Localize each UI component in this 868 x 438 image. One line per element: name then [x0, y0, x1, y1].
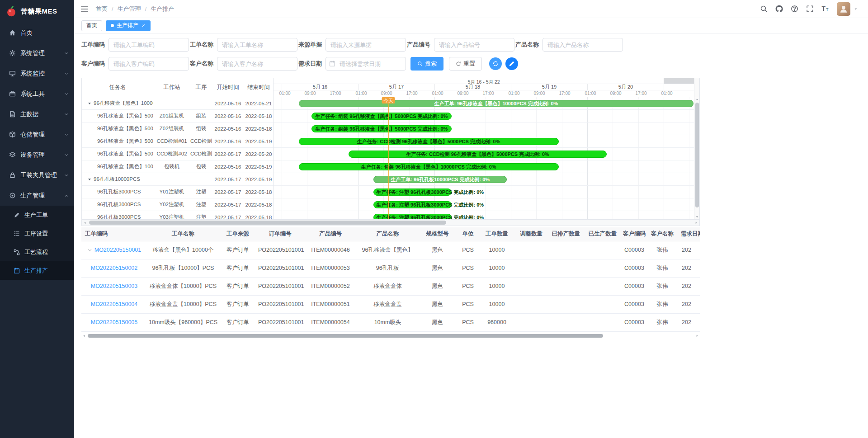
- gantt-task-row[interactable]: 96孔孔板3000PCSY01注塑机注塑2022-05-172022-05-18: [82, 186, 273, 198]
- order-cell: 黑色: [418, 241, 457, 259]
- sidebar-item-system-management[interactable]: 系统管理: [0, 43, 74, 63]
- breadcrumb-item[interactable]: 首页: [96, 5, 108, 13]
- github-button[interactable]: [775, 5, 783, 13]
- sidebar-item-label: 系统管理: [20, 49, 45, 57]
- gantt-task-bar[interactable]: 生产任务: 组装 96孔移液盒【黑色】5000PCS 完成比例: 0%: [311, 113, 452, 120]
- order-row[interactable]: MO20220515000296孔孔板【10000】PCS客户订单PO20220…: [81, 259, 700, 277]
- scroll-down-icon[interactable]: [694, 215, 699, 219]
- gantt-task-bar[interactable]: 生产任务: 组装 96孔移液盒【黑色】5000PCS 完成比例: 0%: [311, 125, 452, 132]
- gantt-task-row[interactable]: 96孔移液盒【黑色】5000PCSZ02组装机组装2022-05-162022-…: [82, 122, 273, 135]
- sidebar-item-system-tools[interactable]: 系统工具: [0, 84, 74, 104]
- tab-home[interactable]: 首页: [81, 20, 102, 31]
- gantt-hscroll-thumb[interactable]: [89, 221, 446, 225]
- gantt-vertical-scrollbar[interactable]: [694, 97, 699, 219]
- question-icon: [791, 5, 798, 13]
- sidebar-item-label: 仓储管理: [20, 131, 45, 139]
- source-document-input[interactable]: [326, 38, 406, 52]
- tab-production-scheduling[interactable]: 生产排产: [106, 20, 151, 31]
- sidebar-item-system-monitor[interactable]: 系统监控: [0, 63, 74, 84]
- gantt-task-row[interactable]: 96孔移液盒【黑色】5000PCSCCD检测#01CCD检测2022-05-16…: [82, 135, 273, 148]
- gantt-task-bar[interactable]: 生产任务: 注塑 96孔孔板3000PCS 完成比例: 0%: [373, 188, 452, 196]
- sidebar-submenu: 生产工单工序设置工艺流程生产排产: [0, 206, 74, 280]
- gantt-bar-row: 生产任务: 注塑 96孔孔板3000PCS 完成比例: 0%: [274, 186, 694, 198]
- gantt-order-bar[interactable]: 生产工单: 96孔孔板10000PCS 完成比例: 0%: [373, 176, 507, 183]
- gantt-order-bar[interactable]: 生产工单: 96孔移液盒【黑色】10000PCS 完成比例: 0%: [299, 100, 693, 107]
- gantt-task-bar[interactable]: 生产任务: 注塑 96孔孔板3000PCS 完成比例: 0%: [373, 214, 452, 219]
- scroll-right-icon[interactable]: [693, 220, 699, 226]
- scroll-up-icon[interactable]: [694, 97, 699, 102]
- gantt-task-row[interactable]: 96孔移液盒【黑色】5000PCSCCD检测#02CCD检测2022-05-17…: [82, 148, 273, 160]
- gantt-start-cell: 2022-05-17: [212, 189, 244, 195]
- reset-button[interactable]: 重置: [449, 57, 482, 71]
- gantt-vscroll-thumb[interactable]: [695, 103, 699, 207]
- sidebar-subitem-process-settings[interactable]: 工序设置: [0, 224, 74, 243]
- breadcrumb-item[interactable]: 生产排产: [151, 5, 174, 13]
- order-cell: 移液盒盒盖: [357, 295, 418, 313]
- gantt-task-row[interactable]: 96孔移液盒【黑色】10000PCS2022-05-162022-05-21: [82, 97, 273, 110]
- orders-hscroll-thumb[interactable]: [88, 334, 603, 338]
- gantt-task-row[interactable]: 96孔孔板3000PCSY03注塑机注塑2022-05-172022-05-18: [82, 211, 273, 219]
- gantt-process-cell: CCD检测: [190, 151, 212, 157]
- gantt-task-bar[interactable]: 生产任务: CCD检测 96孔移液盒【黑色】5000PCS 完成比例: 0%: [299, 138, 559, 145]
- gantt-hour-label: 01:00: [508, 91, 519, 96]
- sidebar-item-tooling-fixture-management[interactable]: 工装夹具管理: [0, 165, 74, 185]
- edit-schedule-circle-button[interactable]: [505, 57, 518, 70]
- order-row[interactable]: MO202205150004移液盒盒盖【10000】PCS客户订单PO20220…: [81, 295, 700, 313]
- scroll-left-icon[interactable]: [81, 334, 87, 338]
- sidebar-item-warehouse-management[interactable]: 仓储管理: [0, 124, 74, 145]
- avatar[interactable]: [837, 2, 850, 16]
- workorder-code-link[interactable]: MO202205150001: [94, 247, 142, 253]
- search-button[interactable]: [760, 5, 768, 13]
- tridown-icon: [87, 177, 92, 182]
- customer-name-input[interactable]: [217, 57, 297, 71]
- sidebar-collapse-button[interactable]: [80, 5, 89, 13]
- gantt-task-row[interactable]: 96孔移液盒【黑色】5000PCSZ01组装机组装2022-05-162022-…: [82, 110, 273, 122]
- user-menu-caret[interactable]: [854, 7, 858, 11]
- gantt-task-row[interactable]: 96孔孔板3000PCSY02注塑机注塑2022-05-172022-05-18: [82, 198, 273, 211]
- sidebar-item-home[interactable]: 首页: [0, 23, 74, 43]
- github-icon: [775, 5, 783, 13]
- orders-horizontal-scrollbar[interactable]: [81, 334, 700, 338]
- refresh-circle-button[interactable]: [489, 57, 502, 70]
- scroll-left-icon[interactable]: [82, 220, 88, 226]
- tree-expand-icon[interactable]: [87, 177, 92, 182]
- sidebar-subitem-production-workorder[interactable]: 生产工单: [0, 206, 74, 224]
- tree-expand-icon[interactable]: [87, 101, 92, 106]
- gantt-horizontal-scrollbar[interactable]: [82, 219, 699, 226]
- tab-close-button[interactable]: [141, 24, 146, 28]
- workorder-code-link[interactable]: MO202205150005: [91, 319, 138, 325]
- workorder-code-input[interactable]: [108, 38, 189, 52]
- product-code-input[interactable]: [434, 38, 514, 52]
- sidebar-item-label: 生产管理: [20, 192, 45, 200]
- gantt-task-row[interactable]: 96孔孔板10000PCS2022-05-172022-05-19: [82, 173, 273, 186]
- fontsize-button[interactable]: TT: [821, 5, 829, 13]
- workorder-code-link[interactable]: MO202205150002: [91, 265, 138, 271]
- question-button[interactable]: [791, 5, 798, 13]
- gantt-task-row[interactable]: 96孔移液盒【黑色】10000PCS包装机包装2022-05-162022-05…: [82, 160, 273, 173]
- demand-date-input[interactable]: [326, 57, 406, 71]
- gantt-task-bar[interactable]: 生产任务: 注塑 96孔孔板3000PCS 完成比例: 0%: [373, 201, 452, 208]
- sidebar-item-production-management[interactable]: 生产管理: [0, 185, 74, 206]
- workorder-name-input[interactable]: [217, 38, 297, 52]
- sidebar-subitem-process-flow[interactable]: 工艺流程: [0, 243, 74, 261]
- customer-code-input[interactable]: [108, 57, 189, 71]
- order-cell: C00003: [621, 241, 647, 259]
- scroll-right-icon[interactable]: [694, 334, 700, 338]
- workorder-code-link[interactable]: MO202205150003: [91, 283, 138, 289]
- order-row[interactable]: MO202205150003移液盒盒体【10000】PCS客户订单PO20220…: [81, 277, 700, 295]
- gantt-process-cell: 组装: [190, 125, 212, 132]
- search-button[interactable]: 搜索: [410, 57, 443, 71]
- workorder-code-link[interactable]: MO202205150004: [91, 301, 138, 307]
- order-row[interactable]: MO20220515000510mm吸头【960000】PCS客户订单PO202…: [81, 313, 700, 331]
- sidebar-item-master-data[interactable]: 主数据: [0, 104, 74, 124]
- sidebar-item-equipment-management[interactable]: 设备管理: [0, 145, 74, 165]
- triright-icon: [694, 221, 698, 225]
- sidebar-subitem-production-scheduling[interactable]: 生产排产: [0, 261, 74, 280]
- product-name-input[interactable]: [542, 38, 623, 52]
- order-row[interactable]: MO202205150001移液盒【黑色】10000个客户订单PO2022051…: [81, 241, 700, 259]
- breadcrumb-item[interactable]: 生产管理: [118, 5, 141, 13]
- row-expand-icon[interactable]: [87, 248, 92, 253]
- fullscreen-button[interactable]: [806, 5, 814, 13]
- gantt-task-bar[interactable]: 生产任务: CCD检测 96孔移液盒【黑色】5000PCS 完成比例: 0%: [349, 151, 607, 158]
- gantt-task-bar[interactable]: 生产任务: 包装 96孔移液盒【黑色】10000PCS 完成比例: 0%: [299, 163, 559, 170]
